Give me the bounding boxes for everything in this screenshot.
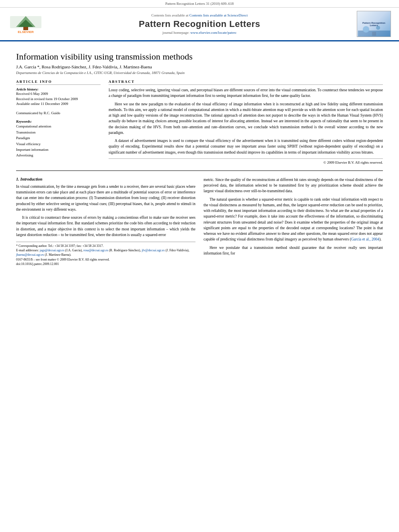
abstract-header: ABSTRACT (109, 80, 383, 85)
footnote-doi-line: 0167-8655/$ – see front matter © 2009 El… (16, 257, 195, 262)
article-info-abstract-section: ARTICLE INFO Article history: Received 6… (16, 80, 383, 164)
journal-header: ELSEVIER Contents lists available at Con… (0, 8, 399, 41)
abstract-column: ABSTRACT Lossy coding, selective seeing,… (109, 80, 383, 164)
footnote-doi: doi:10.1016/j.patrec.2009.12.001 (16, 262, 195, 266)
article-affiliation: Departamento de Ciencias de la Computaci… (16, 71, 383, 75)
communicated-block: Communicated by R.C. Guido (16, 111, 101, 116)
email-link-1[interactable]: jags@decsai.ugr.es (40, 249, 64, 252)
communicated-by: Communicated by R.C. Guido (16, 111, 101, 116)
homepage-link[interactable]: www.elsevier.com/locate/patrec (190, 31, 237, 35)
introduction-section: 1. Introduction In visual communication,… (16, 177, 383, 266)
journal-title: Pattern Recognition Letters (48, 19, 351, 29)
intro-body-right: metric. Since the quality of the reconst… (204, 177, 383, 256)
intro-right-column: metric. Since the quality of the reconst… (204, 177, 383, 266)
elsevier-logo: ELSEVIER (8, 14, 43, 34)
intro-para-2: It is critical to counteract these sourc… (16, 215, 195, 238)
journal-header-center: Contents lists available at Contents lis… (48, 13, 351, 35)
footnote-section: * Corresponding author. Tel.: +34 58 24 … (16, 242, 195, 266)
sciencedirect-link[interactable]: Contents lists available at ScienceDirec… (189, 13, 248, 17)
intro-body-left: In visual communication, by the time a m… (16, 184, 195, 238)
footnote-emails: E-mail addresses: jags@decsai.ugr.es (J.… (16, 248, 195, 257)
keywords-label: Keywords: (16, 119, 101, 123)
journal-cover-area: Pattern RecognitionLetters (351, 11, 391, 37)
keyword-item: Paradigm (16, 135, 101, 141)
journal-homepage: journal homepage: www.elsevier.com/locat… (48, 31, 351, 35)
article-info-column: ARTICLE INFO Article history: Received 6… (16, 80, 101, 164)
intro-left-column: 1. Introduction In visual communication,… (16, 177, 195, 266)
contents-available-line: Contents lists available at Contents lis… (48, 13, 351, 17)
keyword-item: Transmission (16, 129, 101, 135)
svg-text:ELSEVIER: ELSEVIER (18, 30, 34, 34)
intro-right-para-1: metric. Since the quality of the reconst… (204, 177, 383, 194)
elsevier-logo-area: ELSEVIER (8, 14, 48, 34)
intro-section-title: 1. Introduction (16, 177, 195, 181)
abstract-paragraph-1: Lossy coding, selective seeing, ignoring… (109, 87, 383, 99)
keyword-item: Computational attention (16, 123, 101, 129)
main-content: Information visibility using transmissio… (0, 41, 399, 272)
email-link-3[interactable]: jfv@decsai.ugr.es (142, 249, 165, 252)
keywords-block: Keywords: Computational attention Transm… (16, 119, 101, 158)
svg-rect-9 (372, 32, 376, 36)
keyword-item: Visual efficiency (16, 141, 101, 147)
journal-reference: Pattern Recognition Letters 31 (2010) 60… (0, 0, 399, 8)
abstract-paragraph-3: A dataset of advertisement images is use… (109, 138, 383, 155)
keyword-item: Advertising (16, 152, 101, 158)
svg-rect-4 (23, 27, 28, 30)
abstract-paragraph-2: Here we use the new paradigm to the eval… (109, 101, 383, 136)
available-date: Available online 11 December 2009 (16, 101, 101, 107)
email-link-2[interactable]: rosa@decsai.ugr.es (83, 249, 108, 252)
revised-date: Received in revised form 19 October 2009 (16, 97, 101, 102)
copyright-line: © 2009 Elsevier B.V. All rights reserved… (109, 158, 383, 164)
intro-right-para-3: Here we postulate that a transmission me… (204, 245, 383, 257)
received-date: Received 6 May 2009 (16, 91, 101, 97)
article-info-header: ARTICLE INFO (16, 80, 101, 85)
article-history-block: Article history: Received 6 May 2009 Rec… (16, 87, 101, 107)
footnote-corresponding: * Corresponding author. Tel.: +34 58 24 … (16, 244, 195, 248)
keyword-item: Important information (16, 147, 101, 152)
article-history-label: Article history: (16, 87, 101, 91)
intro-para-1: In visual communication, by the time a m… (16, 184, 195, 212)
article-title: Information visibility using transmissio… (16, 51, 383, 62)
article-authors: J.A. García *, Rosa Rodriguez-Sánchez, J… (16, 64, 383, 69)
journal-cover-thumbnail: Pattern RecognitionLetters (357, 11, 391, 37)
email-link-4[interactable]: jbaena@decsai.ugr.es (16, 253, 44, 257)
intro-right-para-2: The natural question is whether a square… (204, 197, 383, 242)
abstract-text: Lossy coding, selective seeing, ignoring… (109, 87, 383, 155)
section-divider (16, 170, 383, 171)
keywords-list: Computational attention Transmission Par… (16, 123, 101, 158)
garcia-ref-link[interactable]: García et al., 2004 (351, 237, 379, 241)
